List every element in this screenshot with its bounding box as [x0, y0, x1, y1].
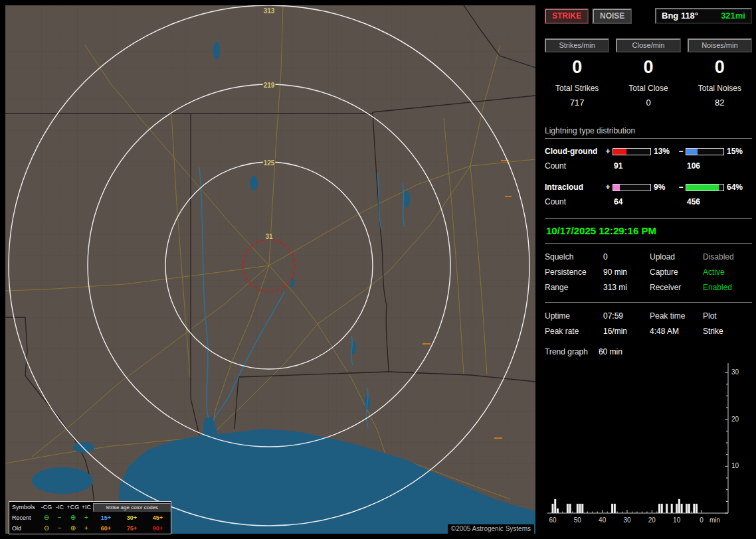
ic-negative-bar [686, 184, 724, 191]
lightning-map[interactable]: 313 219 125 31 Symbols -CG -IC +CG +IC S… [5, 5, 535, 534]
trend-graph-window: 60 min [599, 347, 622, 356]
close-column: Close/min 0 Total Close 0 [616, 38, 680, 108]
plus-sign: + [603, 147, 613, 156]
map-legend: Symbols -CG -IC +CG +IC Strike age color… [9, 501, 171, 534]
cg-positive-bar [613, 148, 651, 155]
settings-panel: Squelch 0 Upload Disabled Persistence 90… [545, 252, 752, 292]
persistence-value: 90 min [603, 268, 650, 277]
pos-ic-recent-icon: + [80, 514, 93, 521]
squelch-value: 0 [603, 252, 650, 262]
cg-positive-pct: 13% [651, 147, 676, 156]
close-per-min-value: 0 [616, 57, 680, 78]
svg-text:219: 219 [264, 82, 275, 89]
plus-sign: + [603, 183, 613, 192]
minus-sign: − [676, 183, 686, 192]
close-per-min-header: Close/min [616, 38, 680, 52]
total-noises-label: Total Noises [688, 84, 752, 93]
svg-text:0: 0 [700, 516, 704, 524]
neg-cg-recent-icon: ⊖ [40, 514, 53, 521]
uptime-label: Uptime [545, 311, 603, 321]
intracloud-count-row: Count 64 456 [545, 197, 752, 206]
strike-indicator-button[interactable]: STRIKE [545, 9, 589, 24]
svg-text:313: 313 [264, 7, 275, 15]
svg-text:31: 31 [265, 233, 273, 240]
svg-text:10: 10 [731, 462, 739, 469]
noise-indicator-button[interactable]: NOISE [593, 9, 632, 24]
noises-per-min-header: Noises/min [688, 38, 752, 52]
count-label: Count [545, 161, 603, 171]
svg-text:30: 30 [731, 368, 739, 376]
trend-chart: 6050403020100min102030 [545, 359, 752, 526]
receiver-label: Receiver [650, 283, 703, 292]
svg-text:30: 30 [623, 516, 631, 524]
range-label: Range [545, 283, 603, 292]
total-strikes-label: Total Strikes [545, 84, 609, 93]
receiver-status: Enabled [703, 283, 752, 292]
status-panel: Uptime 07:59 Peak time Plot Peak rate 16… [545, 311, 752, 336]
indicator-row: STRIKE NOISE Bng 118° 321mi [545, 8, 752, 24]
range-value: 313 mi [603, 283, 650, 292]
legend-col-neg-cg: -CG [40, 504, 53, 510]
svg-text:50: 50 [574, 516, 582, 524]
pos-cg-recent-icon: ⊕ [66, 514, 80, 521]
persistence-label: Persistence [545, 268, 603, 277]
stats-sidebar: STRIKE NOISE Bng 118° 321mi Strikes/min … [541, 0, 756, 539]
svg-text:10: 10 [673, 516, 681, 524]
trend-graph-label: Trend graph [545, 347, 588, 356]
age-15-label: 15+ [93, 514, 119, 521]
peak-rate-value: 16/min [603, 327, 650, 336]
intracloud-row: Intracloud + 9% − 64% [545, 183, 752, 192]
total-noises-value: 82 [688, 98, 752, 108]
count-label: Count [545, 197, 603, 206]
lightning-distribution-section: Lightning type distribution Cloud-ground… [545, 126, 752, 206]
strikes-per-min-value: 0 [545, 57, 609, 78]
ic-negative-pct: 64% [724, 183, 752, 192]
neg-ic-recent-icon: − [53, 514, 66, 521]
neg-cg-old-icon: ⊖ [40, 525, 53, 532]
plot-value: Strike [703, 327, 752, 336]
noises-per-min-value: 0 [688, 57, 752, 78]
legend-col-pos-ic: +IC [80, 504, 93, 510]
legend-recent-label: Recent [9, 514, 40, 521]
intracloud-label: Intracloud [545, 183, 603, 192]
section-divider [545, 302, 752, 303]
bearing-panel: Bng 118° 321mi [655, 8, 752, 24]
plot-label: Plot [703, 311, 752, 321]
total-strikes-value: 717 [545, 98, 609, 108]
svg-text:40: 40 [599, 516, 607, 524]
peak-rate-label: Peak rate [545, 327, 603, 336]
ic-positive-pct: 9% [651, 183, 676, 192]
age-90-label: 90+ [145, 525, 171, 532]
squelch-label: Squelch [545, 252, 603, 262]
age-45-label: 45+ [145, 514, 171, 521]
minus-sign: − [676, 147, 686, 156]
cg-negative-pct: 15% [724, 147, 752, 156]
legend-symbols-title: Symbols [9, 504, 40, 510]
strikes-per-min-header: Strikes/min [545, 38, 609, 52]
legend-col-neg-ic: -IC [53, 504, 66, 510]
trend-graph: 6050403020100min102030 [545, 359, 752, 529]
cg-negative-bar [686, 148, 724, 155]
peak-time-value: 4:48 AM [650, 327, 703, 336]
neg-ic-old-icon: − [53, 525, 66, 532]
legend-col-pos-cg: +CG [66, 504, 80, 510]
upload-status: Disabled [703, 252, 752, 262]
cg-positive-count: 91 [613, 161, 651, 171]
svg-text:20: 20 [648, 516, 656, 524]
noises-column: Noises/min 0 Total Noises 82 [688, 38, 752, 108]
map-canvas[interactable]: 313 219 125 31 [5, 5, 535, 534]
peak-time-label: Peak time [650, 311, 703, 321]
svg-text:20: 20 [731, 416, 739, 423]
cloud-ground-label: Cloud-ground [545, 147, 603, 156]
age-60-label: 60+ [93, 525, 119, 532]
capture-label: Capture [650, 268, 703, 277]
trend-graph-row: Trend graph 60 min [545, 347, 752, 356]
pos-cg-old-icon: ⊕ [66, 525, 80, 532]
bearing-range-value: 321mi [721, 11, 745, 21]
svg-text:min: min [709, 516, 720, 524]
bearing-value: Bng 118° [662, 11, 698, 21]
svg-text:60: 60 [549, 516, 557, 524]
pos-ic-old-icon: + [80, 525, 93, 532]
ic-negative-count: 456 [686, 197, 724, 206]
legend-age-title: Strike age color codes [93, 503, 171, 512]
